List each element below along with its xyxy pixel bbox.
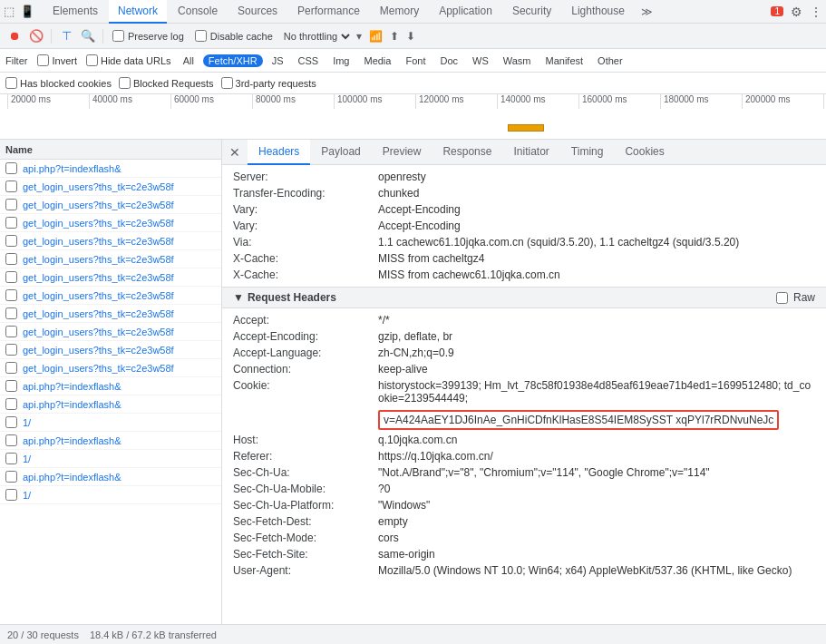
tab-elements[interactable]: Elements (44, 0, 107, 24)
header-row: Sec-Fetch-Mode: cors (222, 530, 826, 546)
upload-icon[interactable]: ⬆ (390, 30, 399, 43)
list-item[interactable]: get_login_users?ths_tk=c2e3w58f (0, 196, 221, 214)
clear-button[interactable]: 🚫 (27, 27, 45, 45)
tab-network[interactable]: Network (109, 0, 167, 24)
list-item[interactable]: get_login_users?ths_tk=c2e3w58f (0, 268, 221, 287)
header-row: Cookie: historystock=399139; Hm_lvt_78c5… (222, 377, 826, 406)
disable-cache-checkbox[interactable]: Disable cache (191, 30, 277, 42)
detail-tabs: ✕ Headers Payload Preview Response Initi… (222, 140, 826, 165)
filter-fetch-xhr-button[interactable]: Fetch/XHR (203, 54, 263, 67)
request-name: get_login_users?ths_tk=c2e3w58f (23, 218, 174, 229)
invert-checkbox[interactable]: Invert (34, 54, 80, 66)
stop-recording-button[interactable]: ⏺ (5, 27, 24, 45)
tab-payload[interactable]: Payload (310, 140, 371, 165)
tab-memory[interactable]: Memory (371, 0, 428, 24)
list-item[interactable]: get_login_users?ths_tk=c2e3w58f (0, 232, 221, 250)
transferred-size: 18.4 kB / 67.2 kB transferred (90, 629, 217, 640)
request-headers-title[interactable]: ▼ Request Headers Raw (222, 287, 826, 308)
request-name: get_login_users?ths_tk=c2e3w58f (23, 254, 174, 265)
request-name: get_login_users?ths_tk=c2e3w58f (23, 200, 174, 210)
search-icon[interactable]: 🔍 (79, 27, 97, 45)
filter-font-button[interactable]: Font (400, 54, 431, 67)
preserve-log-checkbox[interactable]: Preserve log (109, 30, 188, 42)
request-name: get_login_users?ths_tk=c2e3w58f (23, 290, 174, 301)
download-icon[interactable]: ⬇ (406, 30, 415, 43)
device-icon[interactable]: 📱 (20, 5, 34, 18)
list-item[interactable]: 1/ (0, 486, 221, 504)
list-item[interactable]: api.php?t=indexflash& (0, 468, 221, 486)
list-item[interactable]: get_login_users?ths_tk=c2e3w58f (0, 178, 221, 196)
request-name: api.php?t=indexflash& (23, 399, 121, 410)
request-name: get_login_users?ths_tk=c2e3w58f (23, 236, 174, 247)
tab-security[interactable]: Security (503, 0, 560, 24)
header-value: q.10jqka.com.cn (378, 434, 457, 446)
third-party-checkbox[interactable]: 3rd-party requests (221, 77, 316, 89)
tab-sources[interactable]: Sources (228, 0, 287, 24)
list-item[interactable]: get_login_users?ths_tk=c2e3w58f (0, 341, 221, 359)
filter-other-button[interactable]: Other (592, 54, 628, 67)
list-item[interactable]: 1/ (0, 450, 221, 468)
filter-all-button[interactable]: All (178, 54, 199, 67)
header-value: openresty (378, 171, 426, 183)
list-item[interactable]: get_login_users?ths_tk=c2e3w58f (0, 359, 221, 377)
tick-6: 120000 ms (415, 94, 497, 109)
header-key: Via: (233, 236, 378, 249)
status-bar: 20 / 30 requests 18.4 kB / 67.2 kB trans… (0, 624, 826, 644)
tab-initiator[interactable]: Initiator (502, 140, 559, 165)
tab-performance[interactable]: Performance (288, 0, 369, 24)
list-item[interactable]: get_login_users?ths_tk=c2e3w58f (0, 287, 221, 305)
list-item[interactable]: api.php?t=indexflash& (0, 395, 221, 414)
header-key: Sec-Fetch-Dest: (233, 515, 378, 528)
header-row: Vary: Accept-Encoding (222, 218, 826, 234)
filter-media-button[interactable]: Media (358, 54, 396, 67)
header-row: User-Agent: Mozilla/5.0 (Windows NT 10.0… (222, 562, 826, 579)
header-row: Server: openresty (222, 169, 826, 185)
header-value: MISS from cacheltgz4 (378, 252, 484, 265)
wifi-icon[interactable]: 📶 (369, 30, 383, 43)
list-item[interactable]: get_login_users?ths_tk=c2e3w58f (0, 214, 221, 232)
more-tabs-icon[interactable]: ≫ (636, 3, 658, 21)
throttle-select[interactable]: No throttling Fast 3G Slow 3G (280, 30, 353, 43)
filter-img-button[interactable]: Img (327, 54, 355, 67)
header-row: Transfer-Encoding: chunked (222, 185, 826, 201)
tab-console[interactable]: Console (169, 0, 227, 24)
filter-ws-button[interactable]: WS (467, 54, 494, 67)
inspect-icon[interactable]: ⬚ (4, 5, 15, 18)
tab-lighthouse[interactable]: Lighthouse (562, 0, 634, 24)
filter-doc-button[interactable]: Doc (434, 54, 463, 67)
filter-manifest-button[interactable]: Manifest (540, 54, 589, 67)
close-detail-button[interactable]: ✕ (222, 140, 248, 165)
filter-js-button[interactable]: JS (267, 54, 289, 67)
list-item[interactable]: get_login_users?ths_tk=c2e3w58f (0, 250, 221, 268)
list-item[interactable]: api.php?t=indexflash& (0, 432, 221, 450)
header-key: Vary: (233, 203, 378, 216)
tab-cookies[interactable]: Cookies (614, 140, 675, 165)
filter-icon[interactable]: ⊤ (57, 27, 75, 45)
cookie-highlight-row: v=A424AaEY1DJ6InAe_GnHiCDfnKlHasE8S54IEM… (222, 406, 826, 432)
raw-checkbox[interactable] (776, 292, 788, 304)
has-blocked-cookies-checkbox[interactable]: Has blocked cookies (5, 77, 112, 89)
filter-wasm-button[interactable]: Wasm (498, 54, 537, 67)
more-options-icon[interactable]: ⋮ (810, 5, 822, 19)
settings-icon[interactable]: ⚙ (791, 5, 802, 19)
blocked-requests-checkbox[interactable]: Blocked Requests (119, 77, 214, 89)
list-item[interactable]: api.php?t=indexflash& (0, 160, 221, 178)
filter-css-button[interactable]: CSS (293, 54, 325, 67)
header-value: Accept-Encoding (378, 220, 461, 232)
tab-timing[interactable]: Timing (560, 140, 615, 165)
list-item[interactable]: api.php?t=indexflash& (0, 377, 221, 395)
request-name: get_login_users?ths_tk=c2e3w58f (23, 272, 174, 283)
list-item[interactable]: get_login_users?ths_tk=c2e3w58f (0, 323, 221, 341)
tab-response[interactable]: Response (432, 140, 502, 165)
header-row: Sec-Fetch-Site: same-origin (222, 546, 826, 562)
tick-2: 40000 ms (89, 94, 170, 109)
list-item[interactable]: get_login_users?ths_tk=c2e3w58f (0, 305, 221, 323)
hide-data-urls-checkbox[interactable]: Hide data URLs (83, 54, 174, 66)
tab-preview[interactable]: Preview (372, 140, 432, 165)
list-item[interactable]: 1/ (0, 414, 221, 432)
request-name: 1/ (23, 417, 31, 428)
main-area: Name api.php?t=indexflash& get_login_use… (0, 140, 826, 624)
raw-checkbox-label[interactable]: Raw (776, 291, 815, 304)
tab-application[interactable]: Application (430, 0, 501, 24)
tab-headers[interactable]: Headers (248, 140, 310, 165)
